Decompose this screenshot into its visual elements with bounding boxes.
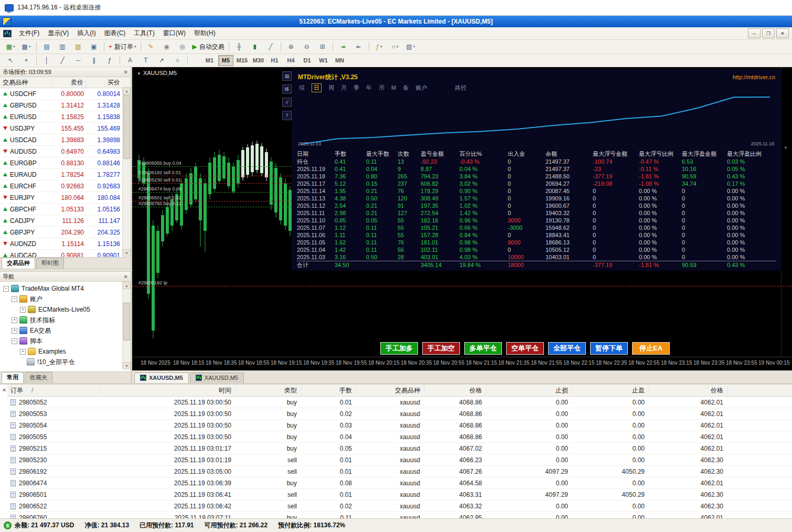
navigator-item-Examples[interactable]: +Examples [0,346,131,357]
orders-column-手续费[interactable]: 手续费 [728,386,792,395]
navigator-item-EA交易[interactable]: +EA交易 [0,325,131,336]
column-header-卖价[interactable]: 卖价 [52,78,86,87]
restore-button[interactable]: ❐ [762,28,775,38]
orders-column-价格[interactable]: 价格 [425,386,487,395]
panel-side-button-0[interactable]: ▤ [282,71,292,81]
crosshair-icon[interactable]: + [19,55,34,66]
indicators-list-icon[interactable]: ƒ▾ [372,41,387,52]
trade-button-停止EA[interactable]: 停止EA [632,342,670,355]
timeframe-mn[interactable]: MN [332,55,347,66]
minimize-button[interactable]: ─ [748,28,761,38]
market-watch-row[interactable]: AUDUSD0.649700.64983 [0,146,131,157]
timeframe-h1[interactable]: H1 [267,55,282,66]
orders-column-止损[interactable]: 止损 [487,386,573,395]
auto-scroll-icon[interactable]: ↠ [336,41,350,52]
order-row[interactable]: 298050532025.11.19 03:00:50buy0.02xauusd… [7,408,792,420]
fibonacci-icon[interactable]: ƒ [102,55,117,66]
market-watch-scrollbar[interactable]: ▲ ▼ [122,87,131,257]
close-button[interactable]: ✕ [776,28,789,38]
timeframe-d1[interactable]: D1 [299,55,315,66]
order-row[interactable]: 298050542025.11.19 03:00:50buy0.03xauusd… [7,420,792,431]
profiles-icon[interactable]: ▩▾ [19,41,34,52]
stats-tab-季[interactable]: 季 [354,84,359,92]
zoom-in-icon[interactable]: ⊕ [284,41,298,52]
expand-icon[interactable]: + [12,317,17,323]
collapse-icon[interactable]: − [12,338,17,344]
close-icon[interactable]: ✕ [2,387,6,393]
stats-tab-账户[interactable]: 账户 [415,84,427,92]
market-watch-row[interactable]: USDCHF0.800000.80014 [0,88,131,100]
tab-交易品种[interactable]: 交易品种 [2,258,35,269]
timeframe-m30[interactable]: M30 [251,55,266,66]
menu-item-帮助[interactable]: 帮助(H) [190,27,220,39]
navigator-item-ECMarkets-Live05[interactable]: +ECMarkets-Live05 [0,304,131,315]
collapse-icon[interactable]: − [3,286,9,292]
menu-item-图表[interactable]: 图表(C) [100,27,130,39]
text-icon[interactable]: A [123,55,137,66]
panel-side-button-3[interactable]: ? [282,111,292,120]
trade-button-暂停下单[interactable]: 暂停下单 [590,342,628,355]
order-row[interactable]: 298067602025.11.19 03:07:11buy0.11xauusd… [7,512,792,518]
arrow-objects-icon[interactable]: ↗ [154,55,169,66]
stats-tab-月[interactable]: 月 [341,84,347,92]
expand-icon[interactable]: + [20,349,26,355]
timeframe-w1[interactable]: W1 [316,55,331,66]
stats-tab-年[interactable]: 年 [366,84,372,92]
new-chart-icon[interactable]: ▦▾ [3,41,18,52]
orders-column-类型[interactable]: 类型 [236,386,302,395]
order-row[interactable]: 298065012025.11.19 03:06:41sell0.01xauus… [7,489,792,501]
market-watch-row[interactable]: EURUSD1.158251.15838 [0,111,131,123]
timeframe-m1[interactable]: M1 [202,55,217,66]
equidistant-channel-icon[interactable]: ∥ [87,55,101,66]
chart-tab-1[interactable]: XAUUSD,M5 [190,373,244,383]
orders-column-时间[interactable]: 时间 [100,386,236,395]
menu-item-工具[interactable]: 工具(T) [130,27,158,39]
market-watch-row[interactable]: EURGBP0.881300.88146 [0,157,131,169]
scroll-down-icon[interactable]: ▼ [123,362,131,369]
market-watch-row[interactable]: EURJPY180.064180.084 [0,192,131,204]
stats-tab-币[interactable]: 币 [379,84,384,92]
scrollbar-thumb[interactable] [123,303,130,341]
trade-button-全部平仓[interactable]: 全部平仓 [548,342,586,355]
trade-button-手工加空[interactable]: 手工加空 [422,342,460,355]
orders-column-止盈[interactable]: 止盈 [573,386,649,395]
templates-icon[interactable]: ▨▾ [403,41,418,52]
stats-tab-备[interactable]: 备 [403,84,409,92]
column-header-买价[interactable]: 买价 [86,78,122,87]
column-header-交易品种[interactable]: 交易品种 [0,78,52,87]
market-watch-row[interactable]: GBPCHF1.051331.05156 [0,204,131,215]
orders-column-价格[interactable]: 价格 [649,386,728,395]
tab-常用[interactable]: 常用 [2,372,24,383]
navigator-item-技术指标[interactable]: +技术指标 [0,315,131,325]
chart-shift-icon[interactable]: ↞ [351,41,366,52]
stats-tab-周[interactable]: 周 [328,84,334,92]
order-row[interactable]: 298050522025.11.19 03:00:50buy0.01xauusd… [7,397,792,408]
market-watch-row[interactable]: USDJPY155.455155.469 [0,123,131,134]
tab-即时图[interactable]: 即时图 [36,258,64,269]
text-label-icon[interactable]: T [138,55,153,66]
order-row[interactable]: 298065222025.11.19 03:06:42sell0.02xauus… [7,501,792,512]
menu-item-显示[interactable]: 显示(V) [44,27,73,39]
market-watch-row[interactable]: EURCHF0.926630.92683 [0,180,131,192]
market-watch-row[interactable]: GBPUSD1.314121.31428 [0,100,131,111]
navigator-scrollbar[interactable]: ▲ ▼ [122,282,131,369]
menu-item-窗口[interactable]: 窗口(W) [159,27,190,39]
shapes-icon[interactable]: ○ [170,55,185,66]
stats-path-label[interactable]: 路径 [455,84,466,92]
periods-icon[interactable]: ○▾ [388,41,402,52]
expand-icon[interactable]: + [20,307,26,313]
menu-item-文件[interactable]: 文件(F) [15,27,44,39]
zoom-out-icon[interactable]: ⊖ [299,41,314,52]
tab-收藏夹[interactable]: 收藏夹 [25,372,52,383]
expand-icon[interactable]: + [12,328,17,334]
trade-button-手工加多[interactable]: 手工加多 [380,342,418,355]
market-watch-row[interactable]: AUDNZD1.151141.15136 [0,238,131,250]
navigator-item-TradeMax Global MT4[interactable]: −TradeMax Global MT4 [0,283,131,294]
horizontal-line-icon[interactable]: ─ [71,55,85,66]
stats-tab-M[interactable]: M [391,84,396,91]
navigator-icon[interactable]: ▧ [71,41,85,52]
search-icon[interactable]: ◎ [175,41,190,52]
market-watch-row[interactable]: EURAUD1.782541.78277 [0,169,131,180]
window-title-bar[interactable]: 5122063: ECMarkets-Live05 - EC Markets L… [0,16,792,27]
scroll-up-icon[interactable]: ▲ [123,87,131,94]
